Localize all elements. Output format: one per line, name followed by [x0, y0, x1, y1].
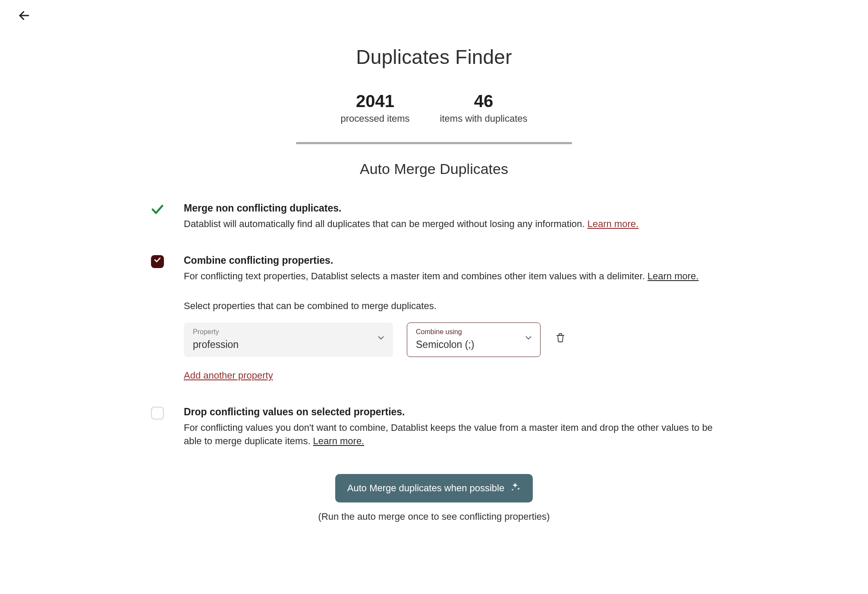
option-desc: For conflicting values you don't want to…: [184, 421, 719, 448]
stat-with-duplicates-value: 46: [440, 92, 528, 111]
delimiter-select-label: Combine using: [416, 327, 519, 337]
chevron-down-icon: [524, 333, 533, 346]
combine-property-row: Property profession Combine using Semico…: [184, 322, 719, 357]
delimiter-select[interactable]: Combine using Semicolon (;): [407, 322, 541, 357]
add-property-link[interactable]: Add another property: [184, 369, 273, 382]
combine-subheading: Select properties that can be combined t…: [184, 300, 719, 313]
option-desc: For conflicting text properties, Databli…: [184, 270, 719, 283]
remove-property-button[interactable]: [554, 334, 566, 346]
divider: [296, 142, 572, 144]
learn-more-link[interactable]: Learn more.: [587, 218, 638, 229]
option-heading: Combine conflicting properties.: [184, 253, 719, 267]
page-title: Duplicates Finder: [149, 43, 719, 71]
learn-more-link[interactable]: Learn more.: [313, 436, 365, 446]
checkmark-icon: [153, 255, 162, 268]
auto-merge-button-label: Auto Merge duplicates when possible: [347, 483, 504, 494]
option-desc-text: Datablist will automatically find all du…: [184, 218, 587, 229]
back-button[interactable]: [16, 9, 32, 25]
sparkle-icon: [510, 482, 521, 495]
stat-processed-value: 2041: [340, 92, 409, 111]
trash-icon: [555, 332, 566, 347]
option-desc-text: For conflicting values you don't want to…: [184, 422, 713, 446]
section-title: Auto Merge Duplicates: [149, 159, 719, 180]
stat-processed-label: processed items: [340, 112, 409, 126]
option-merge-non-conflicting: Merge non conflicting duplicates. Databl…: [149, 201, 719, 231]
stat-with-duplicates-label: items with duplicates: [440, 112, 528, 126]
auto-merge-button[interactable]: Auto Merge duplicates when possible: [335, 474, 533, 502]
learn-more-link[interactable]: Learn more.: [648, 271, 699, 281]
cta-note: (Run the auto merge once to see conflict…: [149, 510, 719, 524]
property-select-label: Property: [193, 327, 372, 337]
drop-checkbox[interactable]: [151, 407, 164, 420]
option-drop-conflicting: Drop conflicting values on selected prop…: [149, 405, 719, 448]
option-desc-text: For conflicting text properties, Databli…: [184, 271, 648, 281]
option-combine-conflicting: Combine conflicting properties. For conf…: [149, 253, 719, 382]
property-select-value: profession: [193, 338, 372, 351]
delimiter-select-value: Semicolon (;): [416, 338, 519, 351]
option-desc: Datablist will automatically find all du…: [184, 218, 719, 231]
combine-checkbox[interactable]: [151, 255, 164, 268]
option-heading: Drop conflicting values on selected prop…: [184, 405, 719, 419]
option-heading: Merge non conflicting duplicates.: [184, 201, 719, 215]
property-select[interactable]: Property profession: [184, 322, 393, 357]
check-icon: [150, 202, 165, 221]
arrow-left-icon: [18, 9, 31, 26]
stats-row: 2041 processed items 46 items with dupli…: [149, 92, 719, 126]
chevron-down-icon: [376, 333, 386, 346]
stat-processed: 2041 processed items: [340, 92, 409, 126]
stat-with-duplicates: 46 items with duplicates: [440, 92, 528, 126]
